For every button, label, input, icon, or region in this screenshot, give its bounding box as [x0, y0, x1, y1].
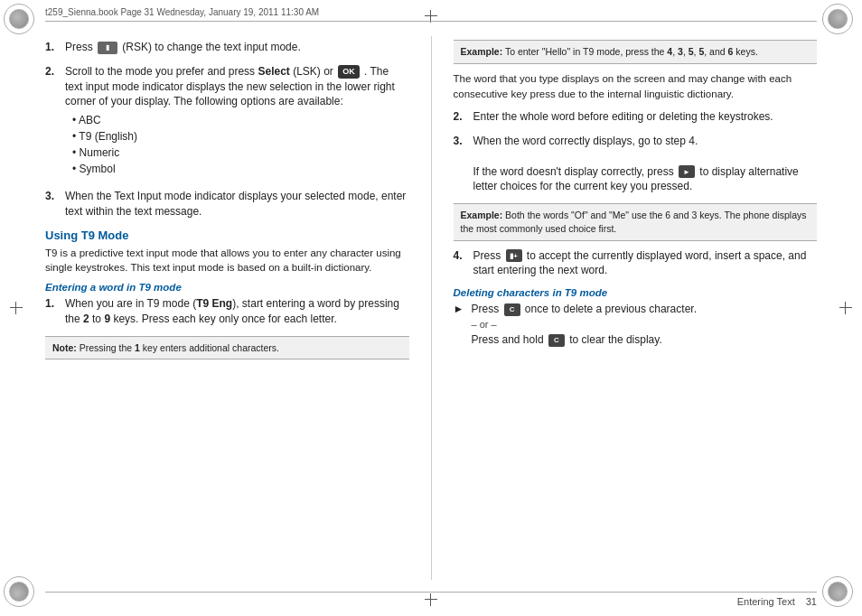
t9-step-1: When you are in T9 mode (T9 Eng), start …: [45, 296, 409, 327]
space-key-button: ▮+: [506, 249, 522, 262]
footer-label: Entering Text: [737, 596, 795, 607]
corner-decoration-bl: [4, 576, 40, 612]
clear-button-2: C: [548, 334, 565, 347]
key-6a: 6: [728, 46, 734, 57]
key-9: 9: [104, 313, 110, 325]
corner-decoration-tr: [822, 4, 858, 40]
right-step-2-text: Enter the whole word before editing or d…: [473, 109, 818, 125]
header-text: t259_Sienna.book Page 31 Wednesday, Janu…: [45, 7, 319, 17]
ok-button: OK: [338, 65, 360, 79]
footer-page-number: 31: [806, 596, 817, 607]
delete-step-text: Press C once to delete a previous charac…: [472, 302, 818, 347]
cross-marker-right: [839, 301, 853, 315]
right-step-2: Enter the whole word before editing or d…: [454, 109, 818, 125]
using-t9-heading: Using T9 Mode: [45, 229, 409, 242]
right-steps-list: Enter the whole word before editing or d…: [454, 109, 818, 194]
select-label: Select: [258, 65, 289, 78]
right-step-3: When the word correctly displays, go to …: [454, 134, 818, 194]
column-divider: [431, 36, 432, 580]
option-abc: ABC: [72, 113, 409, 128]
step-2-text: Scroll to the mode you prefer and press …: [65, 64, 409, 181]
page-footer: Entering Text 31: [45, 592, 817, 607]
or-text: – or –: [472, 319, 497, 330]
step-3: When the Text Input mode indicator displ…: [45, 189, 409, 219]
key-5a: 5: [689, 46, 694, 57]
nav-right-button: ►: [679, 165, 695, 178]
main-steps-list: Press ▮ (RSK) to change the text input m…: [45, 40, 409, 219]
key-3a: 3: [678, 46, 683, 57]
option-symbol: Symbol: [72, 162, 409, 177]
clear-button-1: C: [504, 303, 520, 316]
t9-eng-label: T9 Eng: [196, 297, 232, 310]
example-1-label: Example:: [461, 46, 503, 57]
note-text: Pressing the 1 key enters additional cha…: [80, 342, 279, 353]
t9-step-1-text: When you are in T9 mode (T9 Eng), start …: [65, 296, 409, 327]
right-step-3-text: When the word correctly displays, go to …: [473, 134, 818, 194]
right-steps-list-2: Press ▮+ to accept the currently display…: [454, 248, 818, 279]
note-label: Note:: [52, 342, 77, 353]
left-column: Press ▮ (RSK) to change the text input m…: [45, 36, 409, 580]
right-top-text: The word that you type displays on the s…: [454, 71, 818, 103]
arrow-symbol: ►: [454, 302, 466, 347]
step-3-text: When the Text Input mode indicator displ…: [65, 189, 409, 219]
options-list: ABC T9 (English) Numeric Symbol: [72, 113, 409, 176]
example-2-box: Example: Both the words "Of" and "Me" us…: [454, 203, 818, 240]
key-5b: 5: [698, 46, 704, 57]
key-2: 2: [83, 313, 89, 325]
right-column: Example: To enter "Hello" in T9 mode, pr…: [454, 36, 818, 580]
deleting-chars-heading: Deleting characters in T9 mode: [454, 287, 818, 298]
cross-marker-left: [9, 301, 23, 315]
right-step-4: Press ▮+ to accept the currently display…: [454, 248, 818, 279]
key-1-bold: 1: [135, 342, 140, 353]
option-t9: T9 (English): [72, 129, 409, 145]
step-1: Press ▮ (RSK) to change the text input m…: [45, 40, 409, 55]
example-2-label: Example:: [461, 210, 503, 220]
step-1-text: Press ▮ (RSK) to change the text input m…: [65, 40, 409, 55]
corner-decoration-br: [822, 576, 858, 612]
example-1-text: To enter "Hello" in T9 mode, press the 4…: [505, 46, 758, 57]
option-numeric: Numeric: [72, 145, 409, 161]
entering-word-heading: Entering a word in T9 mode: [45, 282, 409, 293]
step-2: Scroll to the mode you prefer and press …: [45, 64, 409, 181]
t9-steps-list: When you are in T9 mode (T9 Eng), start …: [45, 296, 409, 327]
note-box: Note: Pressing the 1 key enters addition…: [45, 336, 409, 360]
main-content: Press ▮ (RSK) to change the text input m…: [45, 36, 817, 580]
key-4: 4: [667, 46, 672, 57]
example-1-box: Example: To enter "Hello" in T9 mode, pr…: [454, 40, 818, 64]
example-2-text: Both the words "Of" and "Me" use the 6 a…: [461, 210, 807, 234]
t9-description: T9 is a predictive text input mode that …: [45, 246, 409, 275]
delete-step: ► Press C once to delete a previous char…: [454, 302, 818, 347]
corner-decoration-tl: [4, 4, 40, 40]
right-step-4-text: Press ▮+ to accept the currently display…: [473, 248, 818, 279]
rsk-button: ▮: [98, 42, 117, 54]
page-header: t259_Sienna.book Page 31 Wednesday, Janu…: [45, 7, 817, 22]
